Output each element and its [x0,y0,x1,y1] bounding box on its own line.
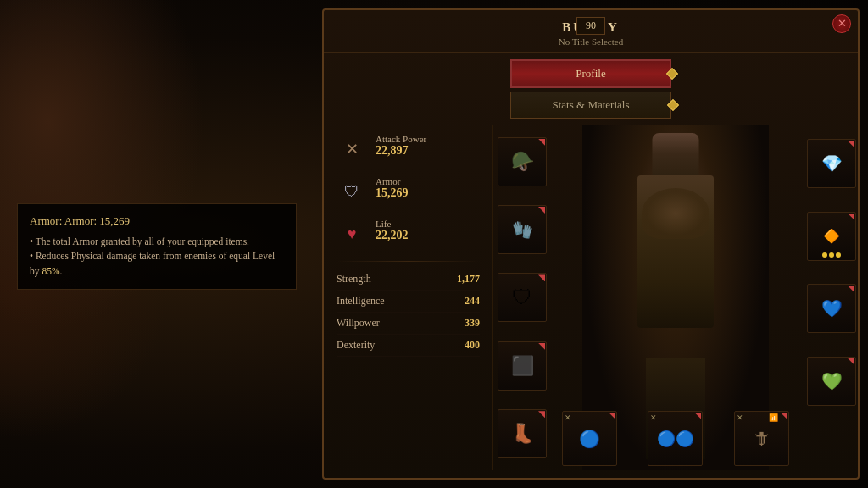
slot-legs[interactable]: ⬛ [498,341,547,391]
slot-boots-flag [538,411,545,418]
attack-power-info: Attack Power 22,897 [376,134,426,158]
intelligence-value: 244 [465,295,480,308]
slot-weapon2-flag [694,413,701,419]
main-panel: ✕ 90 BURBY No Title Selected Profile Sta… [322,8,860,480]
ring1-dots [822,252,841,258]
chest-icon: 🛡 [512,286,532,309]
slot-weapon1-flag [609,413,615,419]
neck-gem: 💎 [821,153,843,174]
offhand-corner-icon: ✕ [737,413,743,422]
dot-3 [836,252,841,258]
weapon1-gem: 🔵 [579,429,600,449]
attack-power-label: Attack Power [376,134,426,144]
life-icon: ♥ [337,219,367,249]
strength-stat: Strength 1,177 [337,269,480,291]
slot-gloves[interactable]: 🧤 [498,205,547,254]
legs-icon: ⬛ [511,355,534,377]
intelligence-label: Intelligence [337,295,385,308]
weapon2-corner-icon: ✕ [650,413,657,422]
slot-ring1[interactable]: 🔶 [807,212,856,261]
offhand-icon: 🗡 [752,428,771,450]
life-info: Life 22,202 [376,219,409,242]
strength-label: Strength [337,273,371,286]
slot-neck[interactable]: 💎 [807,139,856,188]
armor-label: Armor [376,176,409,186]
life-label: Life [376,219,409,229]
character-title: No Title Selected [324,36,858,47]
tooltip-line1: • The total Armor granted by all of your… [30,235,284,249]
content-layout: ✕ Attack Power 22,897 🛡 Armor 15,269 ♥ L… [324,125,858,470]
tooltip-body: • The total Armor granted by all of your… [30,235,284,279]
armor-tooltip: Armor: Armor: 15,269 • The total Armor g… [17,203,297,290]
intelligence-stat: Intelligence 244 [337,291,480,313]
slot-boots[interactable]: 👢 [498,409,547,458]
slot-legs-flag [538,343,545,350]
weapon2-gems: 🔵🔵 [657,430,694,448]
equipment-right-column: 💎 🔶 💙 💚 [803,125,858,419]
slot-ring1-flag [848,214,854,220]
slot-ring2[interactable]: 💙 [807,284,856,333]
slot-gloves-flag [538,207,545,214]
tabs-area: Profile Stats & Materials [324,53,858,125]
boots-icon: 👢 [511,423,534,445]
slot-ring3-flag [848,358,854,365]
dexterity-label: Dexterity [337,339,375,352]
slot-chest-flag [538,274,545,281]
close-button[interactable]: ✕ [832,14,851,33]
armor-chest-detail [642,188,709,239]
slot-weapon1[interactable]: ✕ 🔵 [562,411,617,466]
willpower-stat: Willpower 339 [337,313,480,335]
armor-icon: 🛡 [337,176,367,207]
tooltip-line2: • Reduces Physical damage taken from ene… [30,249,284,279]
tab-profile[interactable]: Profile [510,59,671,88]
attack-power-stat: ✕ Attack Power 22,897 [337,134,480,164]
attack-power-icon: ✕ [337,134,367,164]
willpower-value: 339 [465,317,480,330]
stat-divider [337,261,480,262]
ring2-gem: 💙 [821,298,843,319]
tab-profile-diamond [666,68,678,80]
tooltip-armor-value: Armor: 15,269 [64,214,130,227]
slot-offhand[interactable]: ✕ 📶 🗡 [734,411,789,466]
slot-helm-flag [538,139,545,146]
armor-value: 15,269 [376,186,409,200]
slot-weapon2[interactable]: ✕ 🔵🔵 [648,411,703,466]
gloves-icon: 🧤 [512,219,533,240]
armor-info: Armor 15,269 [376,176,409,200]
character-display: 🪖 🧤 🛡 ⬛ 👢 [493,125,858,470]
ring3-gem: 💚 [821,371,843,391]
stats-panel: ✕ Attack Power 22,897 🛡 Armor 15,269 ♥ L… [324,125,493,470]
level-badge: 90 [576,17,605,35]
tooltip-title: Armor: Armor: 15,269 [30,214,284,228]
weapon1-corner-icon: ✕ [565,413,571,422]
equipment-left-column: 🪖 🧤 🛡 ⬛ 👢 [493,125,548,470]
dot-2 [829,252,834,258]
attack-power-value: 22,897 [376,144,426,158]
slot-ring3[interactable]: 💚 [807,357,856,406]
signal-icon: 📶 [769,413,778,422]
willpower-label: Willpower [337,317,380,330]
slot-offhand-flag [781,413,787,419]
armor-stat[interactable]: 🛡 Armor 15,269 [337,176,480,207]
slot-ring2-flag [848,286,854,292]
slot-chest[interactable]: 🛡 [498,273,547,322]
ring1-gem: 🔶 [823,228,840,244]
dot-1 [822,252,827,258]
life-stat: ♥ Life 22,202 [337,219,480,249]
tab-stats-materials[interactable]: Stats & Materials [510,92,671,119]
equipment-bottom-row: ✕ 🔵 ✕ 🔵🔵 ✕ 📶 🗡 [548,407,803,470]
slot-helm[interactable]: 🪖 [498,137,547,186]
helm-icon: 🪖 [511,151,534,173]
strength-value: 1,177 [457,273,480,286]
slot-neck-flag [848,141,854,147]
dexterity-stat: Dexterity 400 [337,335,480,357]
tab-stats-diamond [667,99,679,111]
dexterity-value: 400 [465,339,480,352]
life-value: 22,202 [376,229,409,242]
